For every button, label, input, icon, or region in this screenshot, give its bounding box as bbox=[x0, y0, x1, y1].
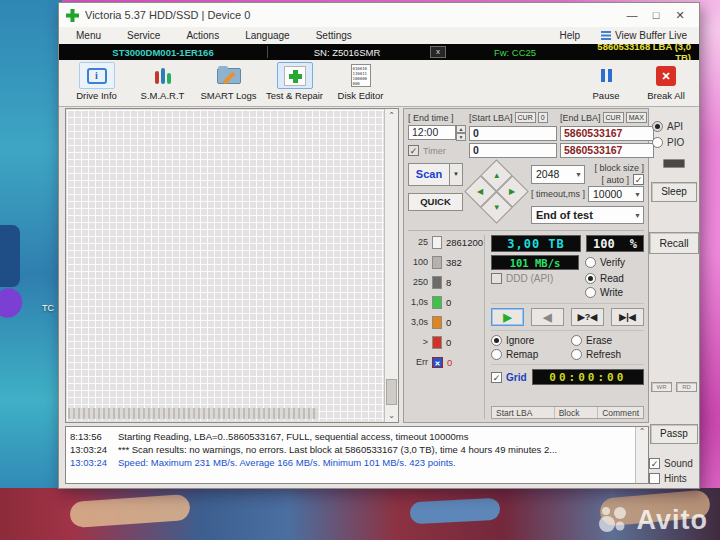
device-serial: SN: Z5016SMR bbox=[268, 47, 426, 58]
scrollbar-thumb[interactable] bbox=[386, 379, 397, 405]
right-sidebar: API PIO Sleep Recall WR RD Passp Sound H… bbox=[649, 107, 699, 488]
ignore-radio[interactable]: Ignore bbox=[491, 335, 567, 346]
timeout-label: [ timeout,ms ] bbox=[531, 189, 585, 199]
quick-button[interactable]: QUICK bbox=[408, 193, 463, 211]
end-time-spinner[interactable]: 12:00 ▲▼ bbox=[408, 125, 466, 141]
hints-checkbox[interactable]: Hints bbox=[649, 473, 699, 484]
break-all-button[interactable]: ✕ Break All bbox=[637, 62, 695, 101]
error-x-icon: ✕ bbox=[432, 357, 443, 368]
test-repair-button[interactable]: Test & Repair bbox=[263, 62, 326, 101]
stat-row: 25 2861200 bbox=[408, 235, 484, 249]
menu-item-language[interactable]: Language bbox=[232, 27, 303, 44]
stat-row: 3,0s 0 bbox=[408, 315, 484, 329]
write-radio[interactable]: Write bbox=[585, 287, 644, 298]
auto-checkbox[interactable]: [ auto ] bbox=[588, 174, 644, 185]
end-lba-input[interactable]: 5860533167 bbox=[560, 126, 654, 141]
checkbox-icon bbox=[649, 458, 660, 469]
pio-radio[interactable]: PIO bbox=[652, 137, 696, 148]
avito-watermark: Avito bbox=[598, 504, 709, 536]
seek-error-button[interactable]: ▶?◀ bbox=[571, 308, 604, 326]
recall-button[interactable]: Recall bbox=[649, 232, 699, 254]
erase-radio[interactable]: Erase bbox=[571, 335, 644, 346]
radio-icon bbox=[585, 257, 596, 268]
disk-editor-button[interactable]: 010010 110011 100000 000 Disk Editor bbox=[329, 62, 392, 101]
end-lba-max-button[interactable]: MAX bbox=[626, 112, 647, 123]
minimize-button[interactable]: — bbox=[620, 4, 644, 26]
block-map-scrollbar[interactable]: ⌃ ⌄ bbox=[384, 109, 398, 422]
seek-end-button[interactable]: ▶|◀ bbox=[611, 308, 644, 326]
maximize-button[interactable]: □ bbox=[644, 4, 668, 26]
scan-section: Scan ▼ QUICK ▲ ◀ ▶ ▼ bbox=[408, 163, 644, 224]
info-bubble-icon: i bbox=[87, 68, 107, 84]
close-button[interactable]: ✕ bbox=[668, 4, 692, 26]
desktop-icon-label: TC bbox=[42, 303, 54, 313]
error-stat-row: Err ✕ 0 bbox=[408, 355, 484, 369]
device-bar: ST3000DM001-1ER166 SN: Z5016SMR x Fw: CC… bbox=[59, 44, 699, 60]
scroll-up-icon[interactable]: ⌃ bbox=[385, 109, 398, 122]
start-lba-input-2[interactable]: 0 bbox=[469, 143, 557, 158]
wr-button[interactable]: WR bbox=[651, 382, 672, 392]
start-lba-input[interactable]: 0 bbox=[469, 126, 557, 141]
grid-timer-row: Grid 00:00:00 bbox=[491, 364, 644, 385]
green-cross-icon bbox=[284, 66, 306, 86]
step-back-button[interactable]: ◀ bbox=[531, 308, 564, 326]
log-scrollbar[interactable]: ⌃ bbox=[635, 427, 648, 483]
device-model[interactable]: ST3000DM001-1ER166 bbox=[59, 47, 267, 58]
radio-icon bbox=[491, 349, 502, 360]
spin-down-icon[interactable]: ▼ bbox=[456, 133, 466, 141]
latency-stats: 25 2861200 100 382 250 bbox=[408, 235, 484, 419]
smart-button[interactable]: S.M.A.R.T bbox=[131, 62, 194, 101]
end-lba-cur-button[interactable]: CUR bbox=[603, 112, 624, 123]
sound-checkbox[interactable]: Sound bbox=[649, 458, 699, 469]
stat-row: 100 382 bbox=[408, 255, 484, 269]
grid-checkbox[interactable]: Grid bbox=[491, 372, 527, 383]
menu-item-settings[interactable]: Settings bbox=[303, 27, 365, 44]
read-radio[interactable]: Read bbox=[585, 273, 644, 284]
menu-item-actions[interactable]: Actions bbox=[173, 27, 232, 44]
scroll-down-icon[interactable]: ⌄ bbox=[385, 409, 398, 422]
pause-button[interactable]: Pause bbox=[578, 62, 634, 101]
passport-button[interactable]: Passp bbox=[650, 424, 698, 444]
results-section: 25 2861200 100 382 250 bbox=[408, 230, 644, 419]
timeout-select[interactable]: 10000 ▼ bbox=[588, 186, 644, 202]
transport-controls: ▶ ◀ ▶?◀ ▶|◀ bbox=[491, 303, 644, 331]
sleep-button[interactable]: Sleep bbox=[651, 182, 697, 202]
chevron-down-icon: ▼ bbox=[634, 212, 641, 219]
end-action-select[interactable]: End of test ▼ bbox=[531, 206, 644, 224]
block-size-select[interactable]: 2048 ▼ bbox=[531, 165, 585, 184]
scan-button[interactable]: Scan ▼ bbox=[408, 163, 463, 186]
scroll-up-icon[interactable]: ⌃ bbox=[636, 427, 648, 436]
elapsed-timer-display: 00:00:00 bbox=[532, 369, 644, 385]
start-lba-zero-button[interactable]: 0 bbox=[538, 112, 548, 123]
start-lba-cur-button[interactable]: CUR bbox=[515, 112, 536, 123]
start-lba-label: [Start LBA] bbox=[469, 113, 513, 123]
block-map-grid bbox=[67, 110, 384, 421]
rd-button[interactable]: RD bbox=[676, 382, 697, 392]
drive-info-button[interactable]: i Drive Info bbox=[65, 62, 128, 101]
api-radio[interactable]: API bbox=[652, 121, 696, 132]
menu-item-service[interactable]: Service bbox=[114, 27, 173, 44]
stat-row: > 0 bbox=[408, 335, 484, 349]
smart-logs-button[interactable]: SMART Logs bbox=[197, 62, 260, 101]
scanned-blocks-row bbox=[68, 408, 318, 419]
speed-display: 101 MB/s bbox=[491, 255, 579, 270]
menu-item-menu[interactable]: Menu bbox=[63, 27, 114, 44]
spin-up-icon[interactable]: ▲ bbox=[456, 125, 466, 133]
title-bar: Victoria 5.37 HDD/SSD | Device 0 — □ ✕ bbox=[59, 3, 699, 27]
end-lba-input-2[interactable]: 5860533167 bbox=[560, 143, 654, 158]
device-tab-close-button[interactable]: x bbox=[430, 46, 446, 58]
end-lba-label: [End LBA] bbox=[560, 113, 601, 123]
stat-row: 1,0s 0 bbox=[408, 295, 484, 309]
victoria-app-window: Victoria 5.37 HDD/SSD | Device 0 — □ ✕ M… bbox=[58, 2, 700, 489]
timer-checkbox[interactable]: Timer bbox=[408, 145, 466, 156]
radio-icon bbox=[652, 137, 663, 148]
list-icon bbox=[601, 31, 611, 40]
refresh-radio[interactable]: Refresh bbox=[571, 349, 644, 360]
scan-dropdown-icon[interactable]: ▼ bbox=[449, 163, 463, 186]
end-time-value[interactable]: 12:00 bbox=[408, 125, 456, 140]
ddd-api-checkbox[interactable]: DDD (API) bbox=[491, 273, 579, 284]
play-button[interactable]: ▶ bbox=[491, 308, 524, 326]
view-buffer-live-button[interactable]: View Buffer Live bbox=[593, 30, 695, 41]
verify-radio[interactable]: Verify bbox=[585, 257, 644, 268]
remap-radio[interactable]: Remap bbox=[491, 349, 567, 360]
